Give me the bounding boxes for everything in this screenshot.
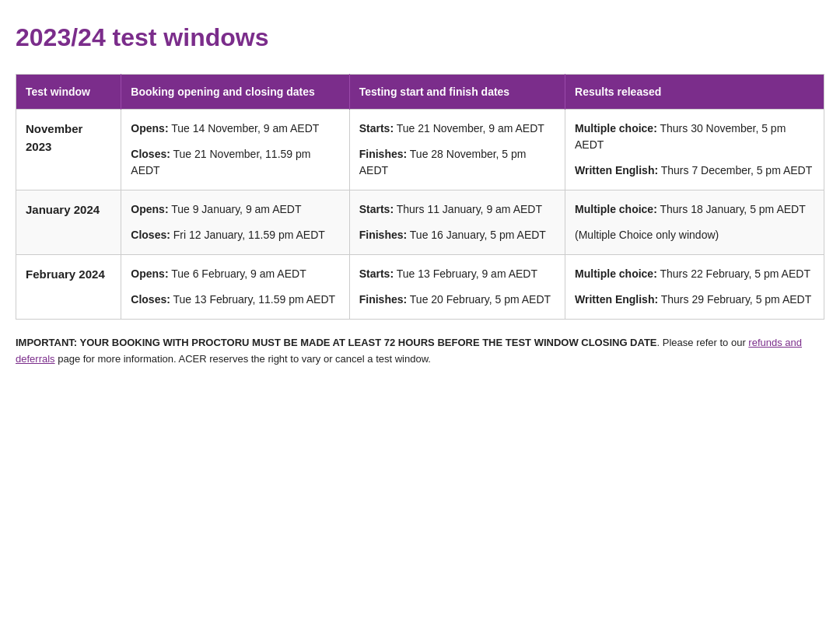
closes-label: Closes: xyxy=(131,148,170,160)
cell-results: Multiple choice: Thurs 18 January, 5 pm … xyxy=(565,190,824,255)
starts-label: Starts: xyxy=(359,122,394,135)
closes-label: Closes: xyxy=(131,293,170,306)
cell-booking: Opens: Tue 14 November, 9 am AEDTCloses:… xyxy=(121,110,349,190)
starts-label: Starts: xyxy=(359,203,394,215)
testing-starts: Starts: Thurs 11 January, 9 am AEDT xyxy=(359,201,555,218)
results-line2: (Multiple Choice only window) xyxy=(575,227,814,243)
cell-booking: Opens: Tue 6 February, 9 am AEDTCloses: … xyxy=(121,255,349,320)
testing-starts: Starts: Tue 21 November, 9 am AEDT xyxy=(359,121,555,137)
booking-opens: Opens: Tue 14 November, 9 am AEDT xyxy=(131,121,339,137)
testing-finishes: Finishes: Tue 20 February, 5 pm AEDT xyxy=(359,292,555,308)
results-line1: Multiple choice: Thurs 22 February, 5 pm… xyxy=(575,266,814,282)
results-line2: Written English: Thurs 7 December, 5 pm … xyxy=(575,162,814,179)
results-line2: Written English: Thurs 29 February, 5 pm… xyxy=(575,292,814,308)
col-header-window: Test window xyxy=(16,75,121,110)
results-line1: Multiple choice: Thurs 18 January, 5 pm … xyxy=(575,201,814,218)
cell-window: January 2024 xyxy=(16,190,121,255)
footer-after-link: page for more information. ACER reserves… xyxy=(55,353,431,365)
closes-label: Closes: xyxy=(131,229,170,241)
results-label1: Multiple choice: xyxy=(575,122,657,135)
starts-label: Starts: xyxy=(359,267,394,280)
opens-label: Opens: xyxy=(131,203,168,215)
window-name: November 2023 xyxy=(26,122,82,153)
opens-label: Opens: xyxy=(131,267,168,280)
footer-rest: . Please refer to our xyxy=(657,337,749,348)
table-row: January 2024Opens: Tue 9 January, 9 am A… xyxy=(16,190,824,255)
results-label1: Multiple choice: xyxy=(575,267,657,280)
cell-testing: Starts: Thurs 11 January, 9 am AEDTFinis… xyxy=(349,190,565,255)
testing-starts: Starts: Tue 13 February, 9 am AEDT xyxy=(359,266,555,282)
col-header-results: Results released xyxy=(565,75,824,110)
results-line1: Multiple choice: Thurs 30 November, 5 pm… xyxy=(575,121,814,153)
results-label2: Written English: xyxy=(575,293,658,306)
results-label1: Multiple choice: xyxy=(575,203,657,215)
footer-bold: IMPORTANT: YOUR BOOKING WITH PROCTORU MU… xyxy=(16,337,657,348)
table-row: February 2024Opens: Tue 6 February, 9 am… xyxy=(16,255,824,320)
opens-label: Opens: xyxy=(131,122,168,135)
cell-booking: Opens: Tue 9 January, 9 am AEDTCloses: F… xyxy=(121,190,349,255)
page-title: 2023/24 test windows xyxy=(16,23,824,52)
testing-finishes: Finishes: Tue 28 November, 5 pm AEDT xyxy=(359,146,555,179)
booking-opens: Opens: Tue 9 January, 9 am AEDT xyxy=(131,201,339,218)
cell-window: February 2024 xyxy=(16,255,121,320)
finishes-label: Finishes: xyxy=(359,148,407,160)
cell-testing: Starts: Tue 21 November, 9 am AEDTFinish… xyxy=(349,110,565,190)
col-header-booking: Booking opening and closing dates xyxy=(121,75,349,110)
cell-results: Multiple choice: Thurs 30 November, 5 pm… xyxy=(565,110,824,190)
cell-window: November 2023 xyxy=(16,110,121,190)
test-windows-table: Test window Booking opening and closing … xyxy=(16,74,824,320)
footer-note: IMPORTANT: YOUR BOOKING WITH PROCTORU MU… xyxy=(16,335,824,368)
cell-results: Multiple choice: Thurs 22 February, 5 pm… xyxy=(565,255,824,320)
window-name: February 2024 xyxy=(26,267,105,281)
finishes-label: Finishes: xyxy=(359,293,407,306)
cell-testing: Starts: Tue 13 February, 9 am AEDTFinish… xyxy=(349,255,565,320)
table-row: November 2023Opens: Tue 14 November, 9 a… xyxy=(16,110,824,190)
finishes-label: Finishes: xyxy=(359,229,407,241)
results-label2: Written English: xyxy=(575,164,658,176)
booking-closes: Closes: Tue 13 February, 11.59 pm AEDT xyxy=(131,292,339,308)
testing-finishes: Finishes: Tue 16 January, 5 pm AEDT xyxy=(359,227,555,243)
window-name: January 2024 xyxy=(26,203,100,216)
booking-closes: Closes: Fri 12 January, 11.59 pm AEDT xyxy=(131,227,339,243)
booking-closes: Closes: Tue 21 November, 11.59 pm AEDT xyxy=(131,146,339,179)
booking-opens: Opens: Tue 6 February, 9 am AEDT xyxy=(131,266,339,282)
col-header-testing: Testing start and finish dates xyxy=(349,75,565,110)
